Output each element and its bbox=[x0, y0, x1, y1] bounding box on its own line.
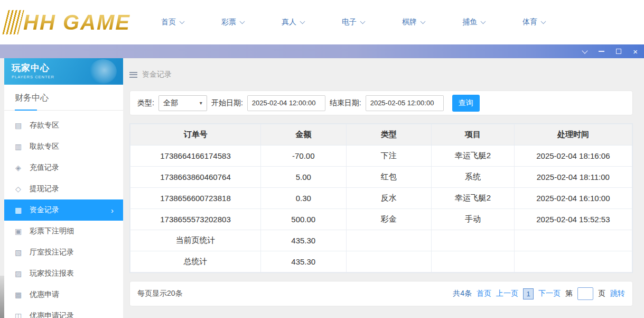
chevron-down-icon: ▾ bbox=[200, 100, 202, 106]
column-header: 项目 bbox=[432, 124, 515, 146]
records-table: 订单号金额类型项目处理时间 1738664166174583-70.00下注幸运… bbox=[130, 124, 632, 272]
sidebar-item-cashout[interactable]: ◇提现记录 bbox=[4, 178, 123, 199]
start-date-label: 开始日期: bbox=[211, 98, 243, 108]
withdraw-icon: ▥ bbox=[14, 142, 23, 151]
column-header: 类型 bbox=[346, 124, 432, 146]
lottery-detail-icon: ▣ bbox=[14, 227, 23, 235]
table-cell bbox=[346, 230, 432, 251]
sidebar-item-label: 充值记录 bbox=[30, 163, 59, 172]
sidebar-item-withdraw[interactable]: ▥取款专区 bbox=[4, 136, 123, 157]
content-area: 玩家中心 PLAYERS CENTER 财务中心 ▤存款专区▥取款专区◈充值记录… bbox=[0, 58, 644, 318]
start-date-input[interactable] bbox=[247, 95, 325, 111]
sidebar-item-recharge[interactable]: ◈充值记录 bbox=[4, 157, 123, 178]
table-cell: 幸运飞艇2 bbox=[432, 188, 515, 209]
nav-item-4[interactable]: 电子 bbox=[342, 17, 365, 27]
menu-icon bbox=[129, 72, 137, 78]
sidebar-item-promo-records[interactable]: ◫优惠申请记录 bbox=[4, 305, 123, 318]
page-title: 资金记录 bbox=[142, 70, 172, 79]
jump-suffix-label: 页 bbox=[598, 289, 605, 298]
pagination-controls: 共4条 首页 上一页 1 下一页 第 页 跳转 bbox=[453, 287, 625, 300]
table-cell: 0.30 bbox=[261, 188, 347, 209]
table-cell bbox=[514, 251, 632, 272]
table-cell: 2025-02-04 16:10:00 bbox=[514, 188, 632, 209]
sidebar-item-promo-apply[interactable]: ▩优惠申请 bbox=[4, 284, 123, 305]
records-table-card: 订单号金额类型项目处理时间 1738664166174583-70.00下注幸运… bbox=[129, 123, 633, 273]
top-header: HH GAME 首页彩票真人电子棋牌捕鱼体育 bbox=[0, 0, 644, 44]
sidebar-item-funds[interactable]: ▦资金记录› bbox=[4, 199, 123, 221]
gamepad-icon bbox=[89, 59, 117, 84]
nav-item-2[interactable]: 彩票 bbox=[221, 17, 244, 27]
breadcrumb: 资金记录 bbox=[129, 70, 633, 79]
promo-apply-icon: ▩ bbox=[14, 290, 23, 299]
sidebar-item-lottery-detail[interactable]: ▣彩票下注明细 bbox=[4, 221, 123, 242]
nav-item-3[interactable]: 真人 bbox=[282, 17, 304, 27]
table-row: 1738664166174583-70.00下注幸运飞艇22025-02-04 … bbox=[130, 146, 632, 167]
end-date-label: 结束日期: bbox=[330, 98, 361, 108]
table-cell: 2025-02-04 18:16:06 bbox=[514, 146, 632, 167]
prev-page-link[interactable]: 上一页 bbox=[496, 289, 518, 298]
next-page-link[interactable]: 下一页 bbox=[538, 289, 561, 298]
query-button[interactable]: 查询 bbox=[452, 95, 480, 112]
column-header: 处理时间 bbox=[514, 124, 632, 146]
table-cell: 总统计 bbox=[130, 251, 261, 272]
nav-item-label: 体育 bbox=[522, 17, 537, 27]
close-icon[interactable]: × bbox=[633, 48, 638, 56]
sidebar-section-title: 财务中心 bbox=[4, 85, 123, 111]
table-cell: 1738664166174583 bbox=[130, 146, 261, 167]
table-cell: 下注 bbox=[346, 146, 432, 167]
main-nav: 首页彩票真人电子棋牌捕鱼体育 bbox=[161, 17, 545, 27]
column-header: 金额 bbox=[261, 124, 347, 146]
table-cell: 系统 bbox=[432, 167, 515, 188]
jump-prefix-label: 第 bbox=[565, 289, 573, 298]
nav-item-1[interactable]: 首页 bbox=[161, 17, 184, 27]
minimize-icon[interactable] bbox=[599, 51, 604, 52]
nav-item-5[interactable]: 棋牌 bbox=[402, 17, 425, 27]
chevron-down-icon bbox=[480, 19, 486, 24]
table-cell bbox=[432, 230, 515, 251]
table-cell bbox=[514, 230, 632, 251]
cashout-icon: ◇ bbox=[14, 185, 23, 193]
table-cell: 5.00 bbox=[261, 167, 347, 188]
nav-item-label: 真人 bbox=[282, 17, 296, 27]
page-jump-input[interactable] bbox=[577, 287, 593, 300]
pagination-bar: 每页显示20条 共4条 首页 上一页 1 下一页 第 页 跳转 bbox=[129, 281, 633, 306]
chevron-down-icon[interactable] bbox=[582, 48, 588, 53]
main-panel: 资金记录 类型: 全部 ▾ 开始日期: 结束日期: 查询 订单号金额类型项目处理… bbox=[123, 58, 644, 318]
table-cell: 红包 bbox=[346, 167, 432, 188]
sidebar-item-label: 厅室投注记录 bbox=[30, 248, 74, 257]
sidebar-item-label: 资金记录 bbox=[30, 205, 59, 215]
table-cell: 手动 bbox=[432, 209, 515, 230]
jump-link[interactable]: 跳转 bbox=[610, 289, 625, 298]
nav-item-label: 电子 bbox=[342, 17, 357, 27]
left-edge-shadow bbox=[0, 276, 4, 318]
table-cell: 1738655573202803 bbox=[130, 209, 261, 230]
sidebar-item-player-report[interactable]: ▨玩家投注报表 bbox=[4, 263, 123, 284]
current-page-badge: 1 bbox=[523, 288, 534, 299]
chevron-down-icon bbox=[239, 19, 245, 24]
table-cell: 2025-02-04 15:52:53 bbox=[514, 209, 632, 230]
chevron-down-icon bbox=[179, 19, 184, 24]
nav-item-7[interactable]: 体育 bbox=[522, 17, 545, 27]
end-date-input[interactable] bbox=[366, 95, 444, 111]
logo[interactable]: HH GAME bbox=[5, 10, 130, 34]
first-page-link[interactable]: 首页 bbox=[477, 289, 491, 298]
sidebar-header: 玩家中心 PLAYERS CENTER bbox=[4, 58, 123, 85]
table-row: 17386638604607645.00红包系统2025-02-04 18:11… bbox=[130, 167, 632, 188]
nav-item-6[interactable]: 捕鱼 bbox=[462, 17, 485, 27]
maximize-icon[interactable] bbox=[616, 49, 621, 54]
filter-bar: 类型: 全部 ▾ 开始日期: 结束日期: 查询 bbox=[129, 90, 633, 115]
nav-item-label: 彩票 bbox=[221, 17, 236, 27]
chevron-down-icon bbox=[300, 19, 305, 24]
table-cell: 2025-02-04 18:11:00 bbox=[514, 167, 632, 188]
total-count: 共4条 bbox=[453, 289, 472, 298]
sidebar-item-deposit[interactable]: ▤存款专区 bbox=[4, 115, 123, 136]
funds-icon: ▦ bbox=[14, 206, 23, 214]
table-body: 1738664166174583-70.00下注幸运飞艇22025-02-04 … bbox=[130, 146, 632, 272]
table-cell: 彩金 bbox=[346, 209, 432, 230]
sidebar-item-hall-bets[interactable]: ▧厅室投注记录 bbox=[4, 242, 123, 263]
chevron-down-icon bbox=[420, 19, 425, 24]
table-cell: 1738656600723818 bbox=[130, 188, 261, 209]
chevron-right-icon: › bbox=[111, 206, 114, 215]
type-select[interactable]: 全部 ▾ bbox=[158, 95, 207, 111]
table-cell: 500.00 bbox=[261, 209, 347, 230]
